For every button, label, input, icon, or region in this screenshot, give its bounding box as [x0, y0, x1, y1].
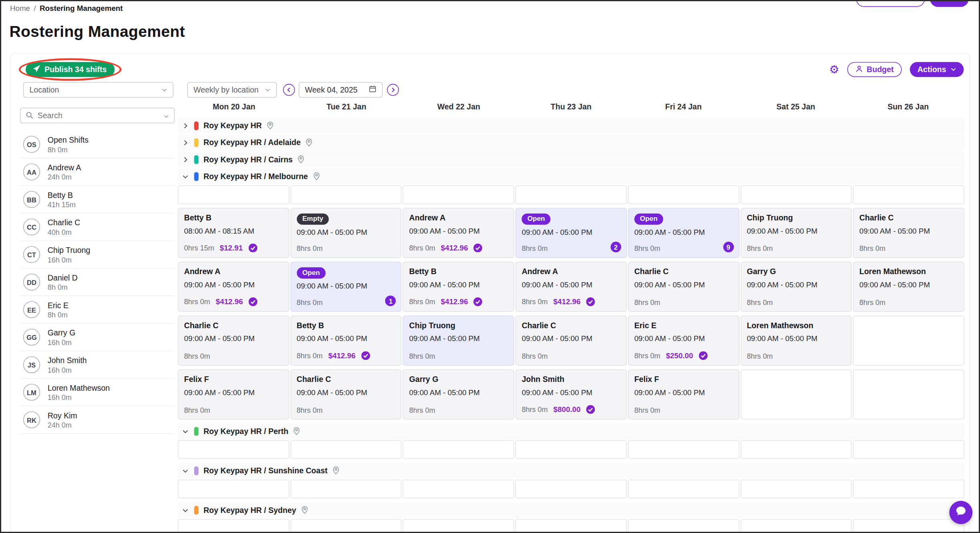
shift-cell[interactable]: Betty B08:00 AM - 08:15 AM0hrs 15m$12.91 — [178, 208, 289, 258]
employee-list-item[interactable]: DDDaniel D8h 0m — [20, 269, 175, 296]
shift-cell[interactable]: Charlie C09:00 AM - 05:00 PM8hrs 0m — [178, 315, 289, 365]
chevron-down-icon[interactable] — [182, 467, 189, 474]
search-input[interactable] — [38, 111, 159, 120]
chevron-right-icon[interactable] — [182, 122, 189, 129]
shift-cell[interactable]: Open09:00 AM - 05:00 PM8hrs 0m9 — [628, 208, 740, 258]
cutoff-outline-button[interactable] — [856, 0, 925, 7]
shift-cell[interactable]: Chip Truong09:00 AM - 05:00 PM8hrs 0m — [741, 208, 852, 258]
shift-cell[interactable]: Andrew A09:00 AM - 05:00 PM8hrs 0m$412.9… — [403, 208, 514, 258]
empty-shift-slot[interactable] — [853, 369, 964, 420]
employee-list-item[interactable]: JSJohn Smith16h 0m — [20, 351, 175, 379]
empty-shift-slot[interactable] — [178, 185, 289, 204]
employee-list-item[interactable]: GGGarry G16h 0m — [20, 324, 175, 351]
empty-shift-slot[interactable] — [178, 480, 289, 499]
empty-shift-slot[interactable] — [515, 480, 627, 499]
empty-shift-slot[interactable] — [853, 480, 964, 499]
shift-cell[interactable]: Open09:00 AM - 05:00 PM8hrs 0m2 — [515, 208, 627, 258]
empty-shift-slot[interactable] — [403, 440, 514, 459]
empty-shift-slot[interactable] — [628, 440, 740, 459]
empty-shift-slot[interactable] — [515, 519, 627, 533]
empty-shift-slot[interactable] — [741, 185, 852, 204]
shift-cell[interactable]: Loren Mathewson09:00 AM - 05:00 PM8hrs 0… — [741, 315, 852, 365]
employee-list-item[interactable]: BBBetty B41h 15m — [20, 186, 175, 214]
empty-shift-slot[interactable] — [741, 369, 852, 420]
previous-week-button[interactable] — [283, 84, 295, 96]
empty-shift-slot[interactable] — [515, 440, 627, 459]
shift-cell[interactable]: Betty B09:00 AM - 05:00 PM8hrs 0m$412.96 — [290, 315, 402, 365]
empty-shift-slot[interactable] — [290, 185, 402, 204]
shift-cell[interactable]: Charlie C09:00 AM - 05:00 PM8hrs 0m — [853, 208, 964, 258]
shift-cell[interactable]: Chip Truong09:00 AM - 05:00 PM8hrs 0m — [403, 315, 514, 365]
empty-shift-slot[interactable] — [403, 519, 514, 533]
empty-shift-slot[interactable] — [853, 440, 964, 459]
shift-cell[interactable]: Charlie C09:00 AM - 05:00 PM8hrs 0m — [515, 315, 627, 365]
empty-shift-slot[interactable] — [628, 519, 740, 533]
shift-time: 09:00 AM - 05:00 PM — [859, 281, 930, 289]
shift-cell[interactable]: Garry G09:00 AM - 05:00 PM8hrs 0m — [403, 369, 514, 420]
empty-shift-slot[interactable] — [741, 440, 852, 459]
empty-shift-slot[interactable] — [290, 519, 402, 533]
cutoff-primary-button[interactable] — [930, 0, 969, 7]
shift-cell[interactable]: Empty09:00 AM - 05:00 PM8hrs 0m — [290, 208, 402, 258]
employee-list-item[interactable]: CCCharlie C40h 0m — [20, 214, 175, 241]
employee-list-item[interactable]: OSOpen Shifts8h 0m — [20, 131, 175, 159]
empty-shift-slot[interactable] — [628, 185, 740, 204]
chevron-down-icon[interactable] — [182, 507, 189, 513]
empty-shift-slot[interactable] — [741, 480, 852, 499]
employee-list-item[interactable]: EEEric E8h 0m — [20, 296, 175, 324]
budget-button[interactable]: Budget — [847, 62, 902, 77]
location-group-header[interactable]: Roy Keypay HR — [178, 118, 964, 133]
shift-cell[interactable]: Betty B09:00 AM - 05:00 PM8hrs 0m$412.96 — [403, 262, 514, 312]
empty-shift-slot[interactable] — [290, 440, 402, 459]
empty-shift-slot[interactable] — [628, 480, 740, 499]
shift-cell[interactable]: John Smith09:00 AM - 05:00 PM8hrs 0m$800… — [515, 369, 627, 420]
empty-shift-slot[interactable] — [290, 480, 402, 499]
chat-launcher-button[interactable] — [949, 501, 972, 524]
chevron-down-icon[interactable] — [182, 428, 189, 434]
location-group-header[interactable]: Roy Keypay HR / Cairns — [178, 151, 964, 167]
employee-search[interactable] — [20, 108, 175, 123]
shift-cell[interactable]: Felix F09:00 AM - 05:00 PM8hrs 0m — [628, 369, 740, 420]
empty-shift-slot[interactable] — [178, 440, 289, 459]
employee-list-item[interactable]: RKRoy Kim24h 0m — [20, 406, 175, 434]
shift-cell[interactable]: Eric E09:00 AM - 05:00 PM8hrs 0m$250.00 — [628, 315, 740, 365]
shift-meta-row: 8hrs 0m$800.00 — [522, 405, 595, 414]
chevron-down-icon[interactable] — [182, 173, 189, 180]
location-group-header[interactable]: Roy Keypay HR / Adelaide — [178, 135, 964, 150]
empty-shift-slot[interactable] — [853, 519, 964, 533]
empty-shift-slot[interactable] — [178, 519, 289, 533]
employee-list-item[interactable]: AAAndrew A24h 0m — [20, 158, 175, 186]
actions-button[interactable]: Actions — [910, 62, 964, 77]
empty-shift-slot[interactable] — [853, 185, 964, 204]
shift-cell[interactable]: Charlie C09:00 AM - 05:00 PM8hrs 0m — [628, 262, 740, 312]
breadcrumb-home[interactable]: Home — [10, 4, 30, 12]
empty-shift-slot[interactable] — [403, 185, 514, 204]
empty-shift-slot[interactable] — [853, 315, 964, 365]
empty-shift-slot[interactable] — [403, 480, 514, 499]
shift-employee-name: Charlie C — [297, 375, 331, 384]
shift-cell[interactable]: Loren Mathewson09:00 AM - 05:00 PM8hrs 0… — [853, 262, 964, 312]
shift-cell[interactable]: Charlie C09:00 AM - 05:00 PM8hrs 0m — [290, 369, 402, 420]
week-picker[interactable]: Week 04, 2025 — [299, 82, 382, 98]
location-group-header[interactable]: Roy Keypay HR / Melbourne — [178, 168, 964, 184]
shift-cell[interactable]: Garry G09:00 AM - 05:00 PM8hrs 0m — [741, 262, 852, 312]
gear-icon[interactable]: ⚙ — [829, 64, 839, 75]
empty-shift-slot[interactable] — [515, 185, 627, 204]
shift-cell[interactable]: Felix F09:00 AM - 05:00 PM8hrs 0m — [178, 369, 289, 420]
shift-cell[interactable]: Andrew A09:00 AM - 05:00 PM8hrs 0m$412.9… — [515, 262, 627, 312]
view-mode-select[interactable]: Weekly by location — [187, 82, 277, 98]
employee-list-item[interactable]: LMLoren Mathewson16h 0m — [20, 379, 175, 406]
next-week-button[interactable] — [387, 84, 399, 96]
empty-shift-slot[interactable] — [741, 519, 852, 533]
chevron-right-icon[interactable] — [182, 156, 189, 163]
location-group-header[interactable]: Roy Keypay HR / Perth — [178, 423, 964, 439]
chevron-right-icon[interactable] — [182, 139, 189, 146]
shift-cell[interactable]: Andrew A09:00 AM - 05:00 PM8hrs 0m$412.9… — [178, 262, 289, 312]
shift-duration: 8hrs 0m — [184, 353, 210, 360]
shift-cell[interactable]: Open09:00 AM - 05:00 PM8hrs 0m1 — [290, 262, 402, 312]
location-filter-select[interactable]: Location — [23, 82, 174, 98]
location-group-header[interactable]: Roy Keypay HR / Sunshine Coast — [178, 463, 964, 478]
publish-shifts-button[interactable]: Publish 34 shifts — [26, 62, 115, 77]
employee-list-item[interactable]: CTChip Truong16h 0m — [20, 241, 175, 269]
location-group-header[interactable]: Roy Keypay HR / Sydney — [178, 502, 964, 518]
